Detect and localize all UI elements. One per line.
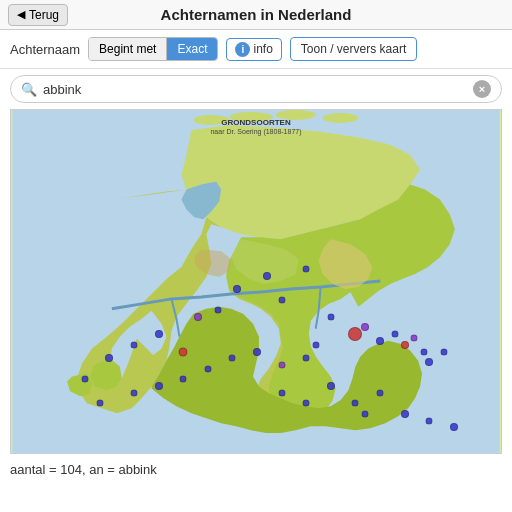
map-dot	[348, 327, 362, 341]
back-arrow-icon: ◀	[17, 8, 25, 21]
map-dot	[421, 348, 428, 355]
header: ◀ Terug Achternamen in Nederland	[0, 0, 512, 30]
map-dot	[450, 423, 458, 431]
map-dot	[179, 347, 188, 356]
map-dot	[303, 355, 310, 362]
map-dot	[105, 354, 113, 362]
status-bar: aantal = 104, an = abbink	[0, 454, 512, 481]
map-subtitle: naar Dr. Soering (1808-1877)	[210, 128, 301, 135]
map-dot	[303, 265, 310, 272]
search-icon: 🔍	[21, 82, 37, 97]
toolbar: Achternaam Begint met Exact i info Toon …	[0, 30, 512, 69]
begint-met-button[interactable]: Begint met	[89, 38, 167, 60]
map-dot	[426, 417, 433, 424]
status-text: aantal = 104, an = abbink	[10, 462, 157, 477]
map-dot	[204, 365, 211, 372]
search-bar: 🔍 ×	[10, 75, 502, 103]
map-dot	[278, 362, 285, 369]
map-dot	[194, 313, 202, 321]
map-dot	[303, 400, 310, 407]
map-dot	[131, 341, 138, 348]
map-dot	[214, 307, 221, 314]
search-input[interactable]	[43, 82, 473, 97]
exact-button[interactable]: Exact	[167, 38, 217, 60]
page-title: Achternamen in Nederland	[161, 6, 352, 23]
map-dot	[361, 323, 369, 331]
info-button[interactable]: i info	[226, 38, 281, 61]
map-dot	[253, 348, 261, 356]
clear-button[interactable]: ×	[473, 80, 491, 98]
map-container: GRONDSOORTEN naar Dr. Soering (1808-1877…	[10, 109, 502, 454]
map-dot	[155, 382, 163, 390]
map-dot	[233, 285, 241, 293]
toon-ververs-button[interactable]: Toon / ververs kaart	[290, 37, 417, 61]
map-dot	[425, 358, 433, 366]
match-type-group: Begint met Exact	[88, 37, 218, 61]
map-dot	[180, 376, 187, 383]
map-dot	[263, 272, 271, 280]
map-dot	[391, 331, 398, 338]
map-dot	[440, 348, 447, 355]
map-dot	[377, 389, 384, 396]
map-dot	[411, 334, 418, 341]
map-dot	[229, 355, 236, 362]
map-dot	[278, 296, 285, 303]
map-dot	[401, 410, 409, 418]
map-dot	[327, 314, 334, 321]
info-icon: i	[235, 42, 250, 57]
map-dot	[376, 337, 384, 345]
map-dot	[352, 400, 359, 407]
map-dot	[131, 389, 138, 396]
toolbar-label: Achternaam	[10, 42, 80, 57]
map-dot	[278, 389, 285, 396]
info-label: info	[253, 42, 272, 56]
map-dot	[81, 376, 88, 383]
map-dot	[155, 330, 163, 338]
netherlands-map	[11, 110, 501, 453]
map-dot	[313, 341, 320, 348]
map-dot	[362, 410, 369, 417]
back-label: Terug	[29, 8, 59, 22]
back-button[interactable]: ◀ Terug	[8, 4, 68, 26]
map-dot	[327, 382, 335, 390]
svg-point-4	[323, 113, 359, 123]
map-dot	[401, 341, 409, 349]
map-dot	[96, 400, 103, 407]
map-title: GRONDSOORTEN	[221, 118, 290, 127]
